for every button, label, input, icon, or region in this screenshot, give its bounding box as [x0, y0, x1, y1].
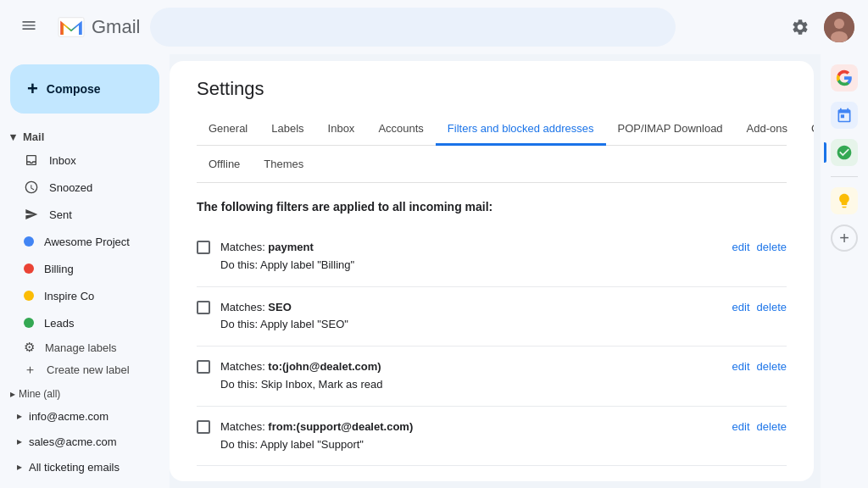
subtab-offline[interactable]: Offline	[197, 152, 252, 175]
tab-inbox[interactable]: Inbox	[316, 114, 367, 146]
filter-3-action-prefix: Do this:	[220, 378, 261, 391]
inbox-label: Inbox	[49, 154, 76, 167]
filter-3-checkbox[interactable]	[197, 360, 210, 374]
filter-4-match-prefix: Matches:	[220, 420, 268, 433]
filter-4-edit[interactable]: edit	[732, 420, 750, 433]
filter-2-action-prefix: Do this: Apply label	[220, 318, 317, 330]
manage-labels-item[interactable]: ⚙ Manage labels	[0, 336, 170, 358]
search-input[interactable]	[150, 8, 676, 47]
filters-header: The following filters are applied to all…	[197, 200, 787, 214]
filter-3-delete[interactable]: delete	[757, 360, 787, 373]
ticketing-label: All ticketing emails	[29, 461, 120, 474]
filter-row-2: Matches: SEO Do this: Apply label "SEO" …	[197, 287, 787, 347]
filter-2-edit[interactable]: edit	[732, 301, 750, 313]
tab-filters[interactable]: Filters and blocked addresses	[436, 114, 606, 146]
filter-3-edit[interactable]: edit	[732, 360, 750, 373]
snoozed-icon	[24, 180, 39, 195]
filter-1-action-prefix: Do this: Apply label	[220, 258, 317, 271]
filter-1-checkbox[interactable]	[197, 241, 210, 254]
inspire-co-label: Inspire Co	[44, 290, 94, 302]
sidebar-item-inspire-co[interactable]: Inspire Co	[0, 282, 170, 309]
sidebar-item-sent[interactable]: Sent	[0, 201, 170, 228]
snoozed-label: Snoozed	[49, 181, 92, 194]
filter-2-content: Matches: SEO Do this: Apply label "SEO"	[220, 299, 722, 335]
tab-chat-meet[interactable]: Chat and Meet	[799, 114, 814, 146]
compose-plus-icon: +	[27, 78, 38, 100]
add-label-icon: ＋	[24, 362, 36, 378]
sidebar: + Compose ▾ Mail Inbox Snoozed Sent	[0, 54, 170, 488]
chevron-down-icon: ▾	[10, 130, 16, 143]
compose-label: Compose	[47, 82, 101, 96]
tab-labels[interactable]: Labels	[259, 114, 315, 146]
app-icon-google[interactable]	[827, 61, 861, 95]
sent-icon	[24, 207, 39, 222]
filter-1-delete[interactable]: delete	[757, 241, 787, 253]
tab-accounts[interactable]: Accounts	[366, 114, 435, 146]
manage-labels-label: Manage labels	[45, 341, 117, 354]
inspire-co-dot	[24, 291, 34, 301]
filter-1-match-value: payment	[268, 241, 313, 253]
app-icon-calendar[interactable]	[827, 98, 861, 132]
app-icon-tasks[interactable]	[827, 136, 861, 169]
filter-1-action-value: "Billing"	[317, 258, 354, 271]
sidebar-item-leads[interactable]: Leads	[0, 309, 170, 336]
filter-2-match-value: SEO	[268, 301, 291, 313]
sidebar-item-ticketing[interactable]: ▸ All ticketing emails	[0, 454, 170, 480]
mine-all-label: Mine (all)	[19, 388, 60, 400]
filter-1-edit[interactable]: edit	[732, 241, 750, 253]
sidebar-item-billing[interactable]: Billing	[0, 255, 170, 282]
gear-icon[interactable]	[783, 10, 817, 44]
settings-tabs: General Labels Inbox Accounts Filters an…	[197, 114, 787, 146]
sent-label: Sent	[49, 208, 72, 221]
app-icon-keep[interactable]	[827, 184, 861, 218]
chevron-right-icon-sales: ▸	[17, 435, 22, 447]
create-new-label-item[interactable]: ＋ Create new label	[0, 358, 170, 381]
mine-all-section[interactable]: ▸ Mine (all)	[0, 381, 170, 403]
tab-add-ons[interactable]: Add-ons	[735, 114, 799, 146]
billing-dot	[24, 263, 34, 274]
compose-button[interactable]: + Compose	[10, 64, 159, 114]
subtab-themes[interactable]: Themes	[252, 152, 315, 175]
filter-1-match-prefix: Matches:	[220, 241, 268, 253]
filter-4-delete[interactable]: delete	[757, 420, 787, 433]
topbar-right	[783, 10, 854, 44]
svg-point-2	[834, 19, 844, 29]
settings-title: Settings	[197, 78, 787, 100]
sidebar-item-inbox[interactable]: Inbox	[0, 147, 170, 174]
filter-4-checkbox[interactable]	[197, 420, 210, 434]
filter-4-action-value: "Support"	[317, 438, 364, 451]
mail-section-label: Mail	[23, 130, 44, 143]
chevron-right-icon-ticketing: ▸	[17, 461, 22, 473]
info-label: info@acme.com	[29, 410, 108, 423]
sidebar-item-awesome-project[interactable]: Awesome Project	[0, 228, 170, 255]
sidebar-item-snoozed[interactable]: Snoozed	[0, 174, 170, 201]
filter-2-action-value: "SEO"	[317, 318, 348, 330]
awesome-project-dot	[24, 236, 34, 247]
mail-section[interactable]: ▾ Mail	[0, 127, 170, 147]
sidebar-item-info[interactable]: ▸ info@acme.com	[0, 403, 170, 429]
sidebar-item-sales[interactable]: ▸ sales@acme.com	[0, 429, 170, 454]
tab-pop-imap[interactable]: POP/IMAP Download	[606, 114, 735, 146]
right-sidebar: +	[821, 54, 868, 488]
gmail-logo[interactable]: Gmail	[54, 14, 140, 40]
filter-4-action-prefix: Do this: Apply label	[220, 438, 317, 451]
leads-dot	[24, 318, 34, 328]
avatar[interactable]	[824, 12, 854, 42]
filter-2-delete[interactable]: delete	[757, 301, 787, 313]
filter-2-match-prefix: Matches:	[220, 301, 268, 313]
chevron-right-icon-info: ▸	[17, 410, 22, 422]
main-area: + Compose ▾ Mail Inbox Snoozed Sent	[0, 54, 868, 488]
add-app-icon[interactable]: +	[831, 225, 858, 252]
gmail-logo-text: Gmail	[92, 16, 140, 38]
filter-4-match-value: from:(support@dealet.com)	[268, 420, 413, 433]
billing-label: Billing	[44, 263, 74, 275]
topbar: Gmail	[0, 0, 868, 54]
hamburger-icon[interactable]	[14, 10, 44, 45]
settings-subtabs: Offline Themes	[197, 146, 787, 183]
sidebar-item-boards[interactable]: ▸ Boards	[0, 480, 170, 488]
filter-2-checkbox[interactable]	[197, 301, 210, 314]
tab-general[interactable]: General	[197, 114, 259, 146]
leads-label: Leads	[44, 317, 74, 330]
filter-3-content: Matches: to:(john@dealet.com) Do this: S…	[220, 358, 722, 394]
filter-3-match-value: to:(john@dealet.com)	[268, 360, 381, 373]
